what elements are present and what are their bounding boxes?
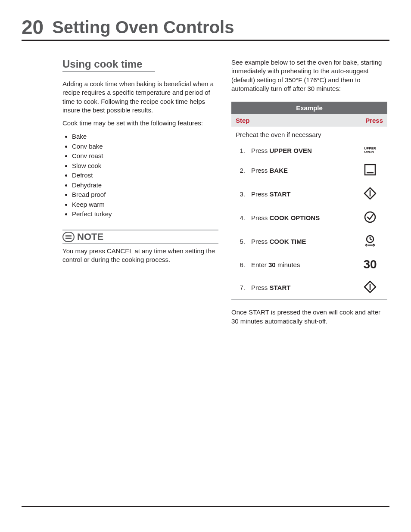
start-icon bbox=[363, 187, 377, 200]
step-number: 3. bbox=[231, 182, 247, 206]
list-item: Slow cook bbox=[72, 161, 218, 171]
example-table: Example Step Press Preheat the oven if n… bbox=[231, 102, 387, 300]
step-number: 2. bbox=[231, 159, 247, 182]
list-item: Perfect turkey bbox=[72, 209, 218, 219]
col-step-header: Step bbox=[231, 114, 353, 127]
note-icon bbox=[62, 232, 75, 242]
step-text: Press START bbox=[247, 276, 353, 299]
step-text: Press COOK TIME bbox=[247, 230, 353, 253]
footer-rule bbox=[22, 506, 389, 507]
table-row: 5.Press COOK TIME bbox=[231, 230, 387, 253]
cook-time-icon bbox=[363, 234, 377, 248]
page-header: 20 Setting Oven Controls bbox=[22, 17, 389, 41]
upper-oven-icon: UPPEROVEN bbox=[364, 147, 376, 154]
col-press-header: Press bbox=[353, 114, 387, 127]
intro-paragraph-1: Adding a cook time when baking is benefi… bbox=[62, 80, 218, 115]
list-item: Conv roast bbox=[72, 151, 218, 161]
step-number: 5. bbox=[231, 230, 247, 253]
page-number: 20 bbox=[22, 17, 44, 37]
start-icon bbox=[363, 280, 377, 294]
step-number: 7. bbox=[231, 276, 247, 299]
list-item: Bake bbox=[72, 132, 218, 142]
note-body: You may press CANCEL at any time when se… bbox=[62, 247, 218, 264]
list-item: Conv bake bbox=[72, 142, 218, 152]
bake-icon bbox=[363, 163, 377, 177]
cook-options-icon bbox=[363, 210, 377, 224]
list-item: Dehydrate bbox=[72, 180, 218, 190]
feature-list: BakeConv bakeConv roastSlow cookDefrostD… bbox=[62, 132, 218, 219]
table-row: 4.Press COOK OPTIONS bbox=[231, 206, 387, 230]
note-header: NOTE bbox=[62, 230, 218, 244]
list-item: Bread proof bbox=[72, 190, 218, 200]
table-row: 7.Press START bbox=[231, 276, 387, 299]
step-text: Press BAKE bbox=[247, 159, 353, 182]
step-text: Press UPPER OVEN bbox=[247, 143, 353, 159]
right-column: See example below to set the oven for ba… bbox=[231, 58, 387, 330]
step-text: Enter 30 minutes bbox=[247, 253, 353, 276]
step-text: Press COOK OPTIONS bbox=[247, 206, 353, 230]
section-heading: Using cook time bbox=[62, 58, 155, 72]
footer-paragraph: Once START is pressed the oven will cook… bbox=[231, 308, 387, 326]
list-item: Keep warm bbox=[72, 200, 218, 210]
step-text: Press START bbox=[247, 182, 353, 206]
list-item: Defrost bbox=[72, 171, 218, 180]
table-row: 1.Press UPPER OVENUPPEROVEN bbox=[231, 143, 387, 159]
preheat-row: Preheat the oven if necessary bbox=[231, 127, 387, 143]
table-title: Example bbox=[231, 102, 387, 114]
digit-30-icon: 30 bbox=[363, 258, 377, 271]
page-title: Setting Oven Controls bbox=[52, 18, 234, 37]
right-intro: See example below to set the oven for ba… bbox=[231, 58, 387, 93]
step-number: 1. bbox=[231, 143, 247, 159]
table-row: 3.Press START bbox=[231, 182, 387, 206]
table-row: 6.Enter 30 minutes30 bbox=[231, 253, 387, 276]
step-number: 4. bbox=[231, 206, 247, 230]
table-row: 2.Press BAKE bbox=[231, 159, 387, 182]
left-column: Using cook time Adding a cook time when … bbox=[62, 58, 218, 330]
intro-paragraph-2: Cook time may be set with the following … bbox=[62, 119, 218, 128]
note-label: NOTE bbox=[77, 231, 103, 243]
step-number: 6. bbox=[231, 253, 247, 276]
